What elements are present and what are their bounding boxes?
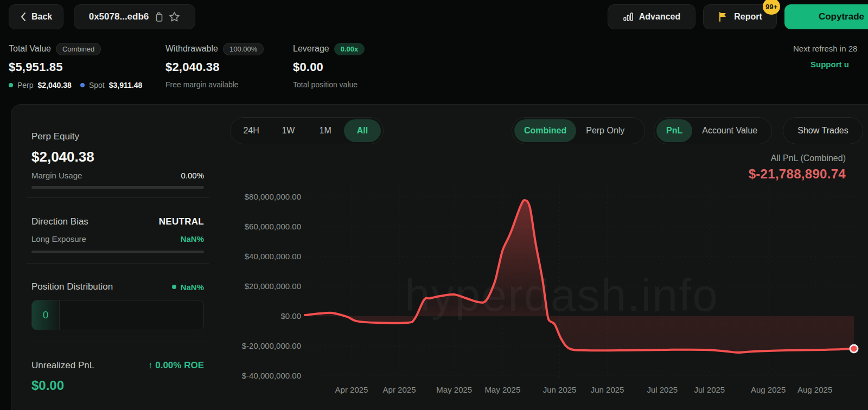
roe-value: ↑ 0.00% ROE bbox=[148, 360, 204, 371]
direction-bias-label: Direction Bias bbox=[31, 216, 88, 227]
tab-24h[interactable]: 24H bbox=[233, 119, 270, 142]
perp-legend-value: $2,040.38 bbox=[38, 81, 72, 89]
perp-equity-value: $2,040.38 bbox=[31, 149, 204, 165]
copy-icon[interactable] bbox=[154, 12, 163, 22]
back-button[interactable]: Back bbox=[9, 4, 63, 29]
withdrawable-stat: Withdrawable 100.00% $2,040.38 Free marg… bbox=[165, 42, 264, 89]
total-value-stat: Total Value Combined $5,951.85 Perp $2,0… bbox=[9, 42, 146, 89]
margin-usage-value: 0.00% bbox=[181, 171, 204, 180]
back-label: Back bbox=[31, 12, 52, 22]
position-distribution-value: NaN% bbox=[181, 283, 204, 292]
time-range-tabs: 24H 1W 1M All bbox=[230, 117, 384, 144]
leverage-caption: Total position value bbox=[293, 80, 365, 89]
spot-dot-icon bbox=[80, 83, 85, 87]
leverage-amount: $0.00 bbox=[293, 60, 365, 74]
position-distribution-label: Position Distribution bbox=[31, 281, 113, 292]
long-exposure-value: NaN% bbox=[181, 234, 204, 244]
wallet-address-pill[interactable]: 0x5078...edb6 bbox=[74, 4, 195, 29]
x-axis-tick-label: Jun 2025 bbox=[543, 385, 577, 394]
tab-1w[interactable]: 1W bbox=[270, 119, 307, 142]
x-axis-tick-label: Jul 2025 bbox=[647, 385, 678, 394]
y-axis-tick-label: $40,000,000.00 bbox=[245, 252, 301, 261]
star-icon[interactable] bbox=[169, 11, 180, 22]
leverage-badge: 0.00x bbox=[334, 43, 365, 55]
refresh-countdown: Next refresh in 28 bbox=[793, 44, 857, 53]
series-end-dot bbox=[850, 345, 858, 353]
tab-perp-only[interactable]: Perp Only bbox=[576, 119, 634, 142]
report-label: Report bbox=[734, 12, 762, 22]
metric-tabs: PnL Account Value bbox=[654, 117, 772, 144]
wallet-address: 0x5078...edb6 bbox=[89, 11, 149, 22]
flag-icon bbox=[718, 11, 729, 22]
y-axis-tick-label: $60,000,000.00 bbox=[245, 222, 301, 231]
perp-dot-icon bbox=[9, 83, 13, 87]
position-count-cell: 0 bbox=[32, 300, 60, 330]
chevron-left-icon bbox=[20, 12, 26, 22]
bar-chart-icon bbox=[623, 11, 634, 22]
perp-equity-label: Perp Equity bbox=[31, 131, 204, 142]
pnl-area-chart[interactable]: hyperdash.info$80,000,000.00$60,000,000.… bbox=[228, 181, 868, 410]
x-axis-tick-label: Jul 2025 bbox=[694, 385, 725, 394]
long-exposure-label: Long Exposure bbox=[31, 234, 86, 244]
advanced-button[interactable]: Advanced bbox=[608, 4, 695, 29]
chart-total-pnl: $-21,788,890.74 bbox=[499, 166, 846, 182]
margin-usage-bar bbox=[31, 186, 204, 189]
y-axis-tick-label: $-40,000,000.00 bbox=[242, 371, 301, 380]
margin-usage-label: Margin Usage bbox=[31, 171, 82, 180]
tab-all[interactable]: All bbox=[344, 119, 381, 142]
distribution-dot-icon bbox=[172, 285, 176, 289]
show-trades-button[interactable]: Show Trades bbox=[783, 117, 863, 144]
total-value-amount: $5,951.85 bbox=[9, 60, 146, 74]
tab-pnl[interactable]: PnL bbox=[656, 119, 692, 142]
withdrawable-label: Withdrawable bbox=[165, 44, 218, 54]
chart-title: All PnL (Combined) bbox=[499, 153, 846, 163]
total-value-label: Total Value bbox=[9, 44, 51, 54]
long-exposure-bar bbox=[31, 251, 204, 253]
x-axis-tick-label: Apr 2025 bbox=[383, 385, 416, 394]
copytrade-button[interactable]: Copytrade bbox=[784, 4, 868, 29]
mode-tabs: Combined Perp Only bbox=[512, 117, 645, 144]
divider bbox=[27, 342, 209, 342]
y-axis-tick-label: $80,000,000.00 bbox=[245, 192, 301, 201]
withdrawable-pct-badge: 100.00% bbox=[223, 43, 264, 55]
x-axis-tick-label: May 2025 bbox=[484, 385, 520, 394]
report-count-badge: 99+ bbox=[763, 0, 780, 15]
x-axis-tick-label: Aug 2025 bbox=[797, 385, 832, 394]
tab-1m[interactable]: 1M bbox=[307, 119, 344, 142]
advanced-label: Advanced bbox=[639, 12, 680, 22]
combined-badge: Combined bbox=[56, 43, 101, 55]
y-axis-tick-label: $0.00 bbox=[280, 311, 301, 321]
y-axis-tick-label: $20,000,000.00 bbox=[245, 281, 301, 291]
x-axis-tick-label: Jun 2025 bbox=[591, 385, 624, 394]
support-link[interactable]: Support u bbox=[810, 60, 849, 69]
spot-legend-value: $3,911.48 bbox=[109, 81, 143, 89]
chart-header: All PnL (Combined) $-21,788,890.74 bbox=[499, 153, 846, 182]
x-axis-tick-label: Apr 2025 bbox=[335, 385, 368, 394]
x-axis-tick-label: May 2025 bbox=[436, 385, 472, 394]
withdrawable-amount: $2,040.38 bbox=[165, 60, 264, 74]
x-axis-tick-label: Aug 2025 bbox=[751, 385, 786, 394]
unrealized-pnl-value: $0.00 bbox=[31, 378, 204, 393]
divider bbox=[27, 197, 209, 198]
perp-legend-label: Perp bbox=[17, 81, 34, 89]
tab-account-value[interactable]: Account Value bbox=[692, 119, 767, 142]
y-axis-tick-label: $-20,000,000.00 bbox=[242, 341, 301, 350]
divider bbox=[27, 263, 209, 264]
spot-legend-label: Spot bbox=[89, 81, 105, 89]
direction-bias-value: NEUTRAL bbox=[159, 216, 204, 227]
withdrawable-caption: Free margin available bbox=[165, 80, 264, 89]
leverage-stat: Leverage 0.00x $0.00 Total position valu… bbox=[293, 42, 365, 89]
tab-combined[interactable]: Combined bbox=[514, 119, 576, 142]
position-distribution-box: 0 bbox=[31, 300, 204, 330]
unrealized-pnl-label: Unrealized PnL bbox=[31, 360, 94, 371]
leverage-label: Leverage bbox=[293, 44, 329, 54]
